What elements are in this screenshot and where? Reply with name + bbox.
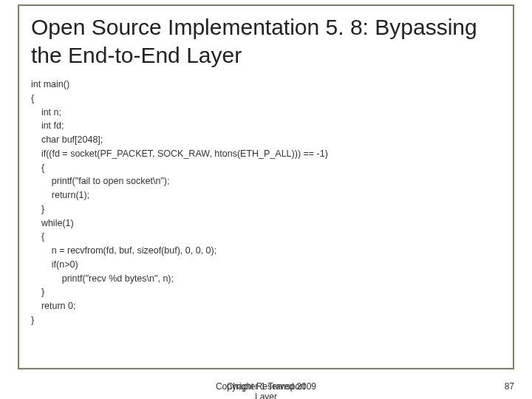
code-block: int main() { int n; int fd; char buf[204… [31,78,501,327]
slide-frame: Open Source Implementation 5. 8: Bypassi… [18,4,514,369]
footer-chapter: Chapter 1 Transport Layer [216,381,316,399]
page-number: 87 [505,381,514,392]
footer: Copyright Reserved 2009 Chapter 1 Transp… [0,381,532,392]
slide-title: Open Source Implementation 5. 8: Bypassi… [31,13,501,69]
